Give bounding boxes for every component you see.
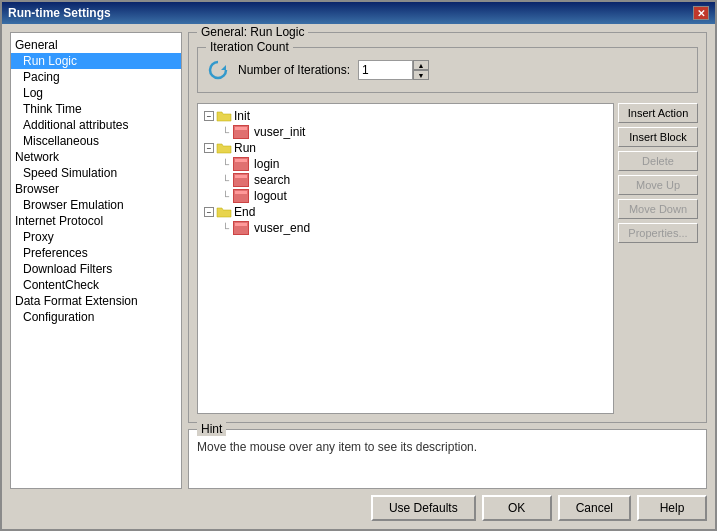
window-title: Run-time Settings	[8, 6, 111, 20]
iterations-input[interactable]	[358, 60, 413, 80]
tree-node-init[interactable]: −Init	[202, 108, 609, 124]
tree-label-login: login	[254, 157, 279, 171]
use-defaults-button[interactable]: Use Defaults	[371, 495, 476, 521]
sidebar-item-browser-emulation[interactable]: Browser Emulation	[11, 197, 181, 213]
close-button[interactable]: ✕	[693, 6, 709, 20]
tree-connector: └	[222, 127, 229, 138]
sidebar-item-content-check[interactable]: ContentCheck	[11, 277, 181, 293]
hint-text: Move the mouse over any item to see its …	[197, 436, 698, 454]
svg-marker-0	[221, 65, 226, 70]
insert-block-button[interactable]: Insert Block	[618, 127, 698, 147]
right-buttons: Insert Action Insert Block Delete Move U…	[618, 103, 698, 414]
tree-label-vuser_end: vuser_end	[254, 221, 310, 235]
number-input-container: ▲ ▼	[358, 60, 429, 80]
left-panel: GeneralRun LogicPacingLogThink TimeAddit…	[10, 32, 182, 489]
iteration-row: Number of Iterations: ▲ ▼	[206, 54, 689, 86]
iteration-label: Iteration Count	[206, 40, 293, 54]
tree-node-vuser_init[interactable]: └vuser_init	[202, 124, 609, 140]
properties-button[interactable]: Properties...	[618, 223, 698, 243]
folder-icon-run	[216, 141, 232, 155]
action-icon-login	[233, 157, 249, 171]
sidebar-item-pacing[interactable]: Pacing	[11, 69, 181, 85]
run-logic-label: General: Run Logic	[197, 25, 308, 39]
sidebar-item-log[interactable]: Log	[11, 85, 181, 101]
sidebar-item-browser[interactable]: Browser	[11, 181, 181, 197]
move-down-button[interactable]: Move Down	[618, 199, 698, 219]
window-body: GeneralRun LogicPacingLogThink TimeAddit…	[2, 24, 715, 529]
folder-icon-end	[216, 205, 232, 219]
tree-label-init: Init	[234, 109, 250, 123]
sidebar-item-miscellaneous[interactable]: Miscellaneous	[11, 133, 181, 149]
tree-connector: └	[222, 223, 229, 234]
expand-btn-run[interactable]: −	[204, 143, 214, 153]
loop-icon	[206, 58, 230, 82]
spinner-down[interactable]: ▼	[413, 70, 429, 80]
run-logic-panel: General: Run Logic Iteration Count	[188, 32, 707, 423]
action-icon-vuser_end	[233, 221, 249, 235]
tree-node-vuser_end[interactable]: └vuser_end	[202, 220, 609, 236]
sidebar-item-network[interactable]: Network	[11, 149, 181, 165]
tree-node-search[interactable]: └search	[202, 172, 609, 188]
ok-button[interactable]: OK	[482, 495, 552, 521]
sidebar-item-speed-simulation[interactable]: Speed Simulation	[11, 165, 181, 181]
hint-box: Hint Move the mouse over any item to see…	[188, 429, 707, 489]
tree-connector: └	[222, 175, 229, 186]
sidebar-item-internet-protocol[interactable]: Internet Protocol	[11, 213, 181, 229]
sidebar-item-think-time[interactable]: Think Time	[11, 101, 181, 117]
right-panel: General: Run Logic Iteration Count	[188, 32, 707, 489]
sidebar-item-preferences[interactable]: Preferences	[11, 245, 181, 261]
sidebar-item-run-logic[interactable]: Run Logic	[11, 53, 181, 69]
content-area: −Init└vuser_init−Run└login└search└logout…	[197, 103, 698, 414]
sidebar-item-data-format-extension[interactable]: Data Format Extension	[11, 293, 181, 309]
tree-node-logout[interactable]: └logout	[202, 188, 609, 204]
tree-view: −Init└vuser_init−Run└login└search└logout…	[197, 103, 614, 414]
help-button[interactable]: Help	[637, 495, 707, 521]
cancel-button[interactable]: Cancel	[558, 495, 631, 521]
tree-node-end[interactable]: −End	[202, 204, 609, 220]
action-icon-logout	[233, 189, 249, 203]
spinner-buttons: ▲ ▼	[413, 60, 429, 80]
tree-connector: └	[222, 159, 229, 170]
main-window: Run-time Settings ✕ GeneralRun LogicPaci…	[0, 0, 717, 531]
expand-btn-init[interactable]: −	[204, 111, 214, 121]
expand-btn-end[interactable]: −	[204, 207, 214, 217]
sidebar-item-additional-attributes[interactable]: Additional attributes	[11, 117, 181, 133]
sidebar-item-configuration[interactable]: Configuration	[11, 309, 181, 325]
iterations-label: Number of Iterations:	[238, 63, 350, 77]
main-content: GeneralRun LogicPacingLogThink TimeAddit…	[10, 32, 707, 489]
tree-node-login[interactable]: └login	[202, 156, 609, 172]
bottom-buttons: Use Defaults OK Cancel Help	[10, 489, 707, 521]
spinner-up[interactable]: ▲	[413, 60, 429, 70]
tree-label-search: search	[254, 173, 290, 187]
tree-node-run[interactable]: −Run	[202, 140, 609, 156]
tree-label-vuser_init: vuser_init	[254, 125, 305, 139]
title-bar: Run-time Settings ✕	[2, 2, 715, 24]
tree-label-logout: logout	[254, 189, 287, 203]
hint-label: Hint	[197, 422, 226, 436]
folder-icon-init	[216, 109, 232, 123]
sidebar-item-download-filters[interactable]: Download Filters	[11, 261, 181, 277]
tree-label-run: Run	[234, 141, 256, 155]
action-icon-search	[233, 173, 249, 187]
insert-action-button[interactable]: Insert Action	[618, 103, 698, 123]
move-up-button[interactable]: Move Up	[618, 175, 698, 195]
sidebar-item-proxy[interactable]: Proxy	[11, 229, 181, 245]
tree-connector: └	[222, 191, 229, 202]
action-icon-vuser_init	[233, 125, 249, 139]
tree-label-end: End	[234, 205, 255, 219]
delete-button[interactable]: Delete	[618, 151, 698, 171]
sidebar-item-general[interactable]: General	[11, 37, 181, 53]
iteration-box: Iteration Count Number of Iterations:	[197, 47, 698, 93]
